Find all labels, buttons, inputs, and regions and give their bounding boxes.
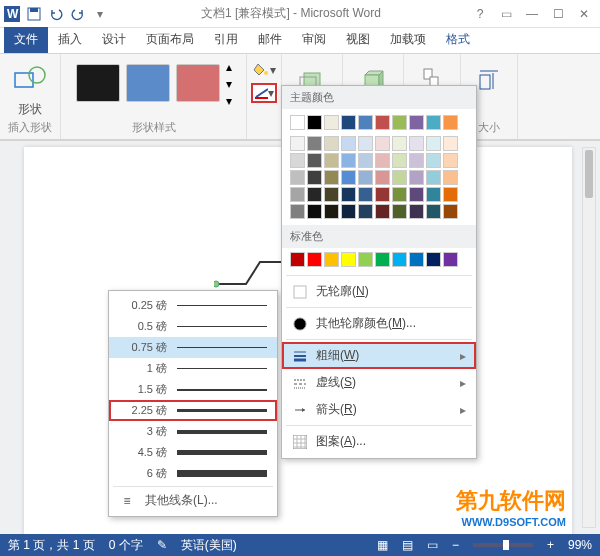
color-swatch[interactable] [409,204,424,219]
shape-fill-button[interactable]: ▾ [251,60,277,80]
view-read-icon[interactable]: ▦ [377,538,388,552]
redo-icon[interactable] [68,4,88,24]
ribbon-display-icon[interactable]: ▭ [498,7,514,21]
color-swatch[interactable] [392,115,407,130]
tab-insert[interactable]: 插入 [48,27,92,53]
weight-option[interactable]: 1.5 磅 [109,379,277,400]
shape-outline-button[interactable]: ▾ [251,83,277,103]
color-swatch[interactable] [290,170,305,185]
color-swatch[interactable] [426,187,441,202]
color-swatch[interactable] [426,115,441,130]
color-swatch[interactable] [341,252,356,267]
color-swatch[interactable] [324,153,339,168]
gallery-more-icon[interactable]: ▾ [226,94,232,108]
status-language[interactable]: 英语(美国) [181,537,237,554]
menu-other-lines[interactable]: ≡ 其他线条(L)... [109,489,277,512]
color-swatch[interactable] [392,136,407,151]
weight-option[interactable]: 3 磅 [109,421,277,442]
color-swatch[interactable] [392,204,407,219]
color-swatch[interactable] [392,170,407,185]
style-swatch-blue[interactable] [126,64,170,102]
color-swatch[interactable] [307,252,322,267]
color-swatch[interactable] [307,153,322,168]
color-swatch[interactable] [375,252,390,267]
close-icon[interactable]: ✕ [576,7,592,21]
color-swatch[interactable] [307,115,322,130]
weight-option[interactable]: 0.25 磅 [109,295,277,316]
color-swatch[interactable] [409,187,424,202]
status-proofing-icon[interactable]: ✎ [157,538,167,552]
color-swatch[interactable] [443,170,458,185]
color-swatch[interactable] [324,204,339,219]
color-swatch[interactable] [341,115,356,130]
color-swatch[interactable] [409,252,424,267]
color-swatch[interactable] [290,187,305,202]
weight-option[interactable]: 0.75 磅 [109,337,277,358]
color-swatch[interactable] [307,187,322,202]
style-swatch-red[interactable] [176,64,220,102]
color-swatch[interactable] [358,170,373,185]
menu-dashes[interactable]: 虚线(S) ▸ [282,369,476,396]
maximize-icon[interactable]: ☐ [550,7,566,21]
scrollbar-thumb[interactable] [585,150,593,198]
status-words[interactable]: 0 个字 [109,537,143,554]
color-swatch[interactable] [392,187,407,202]
color-swatch[interactable] [443,204,458,219]
color-swatch[interactable] [443,136,458,151]
color-swatch[interactable] [341,204,356,219]
zoom-in-icon[interactable]: + [547,538,554,552]
zoom-slider[interactable] [473,543,533,547]
insert-shape-button[interactable] [10,58,50,101]
view-print-icon[interactable]: ▤ [402,538,413,552]
tab-addins[interactable]: 加载项 [380,27,436,53]
help-icon[interactable]: ? [472,7,488,21]
tab-references[interactable]: 引用 [204,27,248,53]
status-page[interactable]: 第 1 页，共 1 页 [8,537,95,554]
gallery-down-icon[interactable]: ▾ [226,77,232,91]
color-swatch[interactable] [358,187,373,202]
weight-option[interactable]: 4.5 磅 [109,442,277,463]
color-swatch[interactable] [290,153,305,168]
color-swatch[interactable] [358,252,373,267]
color-swatch[interactable] [426,136,441,151]
color-swatch[interactable] [307,170,322,185]
color-swatch[interactable] [341,187,356,202]
status-zoom[interactable]: 99% [568,538,592,552]
color-swatch[interactable] [324,170,339,185]
color-swatch[interactable] [375,187,390,202]
save-icon[interactable] [24,4,44,24]
color-swatch[interactable] [341,136,356,151]
color-swatch[interactable] [324,252,339,267]
color-swatch[interactable] [375,136,390,151]
color-swatch[interactable] [375,153,390,168]
color-swatch[interactable] [375,170,390,185]
color-swatch[interactable] [324,187,339,202]
zoom-out-icon[interactable]: − [452,538,459,552]
menu-pattern[interactable]: 图案(A)... [282,428,476,455]
color-swatch[interactable] [290,252,305,267]
color-swatch[interactable] [375,115,390,130]
color-swatch[interactable] [290,115,305,130]
color-swatch[interactable] [426,204,441,219]
style-swatch-black[interactable] [76,64,120,102]
minimize-icon[interactable]: — [524,7,540,21]
menu-more-colors[interactable]: 其他轮廓颜色(M)... [282,310,476,337]
tab-mail[interactable]: 邮件 [248,27,292,53]
color-swatch[interactable] [409,115,424,130]
menu-arrows[interactable]: 箭头(R) ▸ [282,396,476,423]
weight-option[interactable]: 0.5 磅 [109,316,277,337]
color-swatch[interactable] [409,170,424,185]
color-swatch[interactable] [426,170,441,185]
tab-design[interactable]: 设计 [92,27,136,53]
view-web-icon[interactable]: ▭ [427,538,438,552]
weight-option[interactable]: 6 磅 [109,463,277,484]
color-swatch[interactable] [426,252,441,267]
color-swatch[interactable] [307,204,322,219]
menu-no-outline[interactable]: 无轮廓(N) [282,278,476,305]
shape-style-gallery[interactable]: ▴ ▾ ▾ [76,58,232,108]
tab-file[interactable]: 文件 [4,27,48,53]
color-swatch[interactable] [341,153,356,168]
color-swatch[interactable] [358,115,373,130]
color-swatch[interactable] [358,153,373,168]
color-swatch[interactable] [324,136,339,151]
